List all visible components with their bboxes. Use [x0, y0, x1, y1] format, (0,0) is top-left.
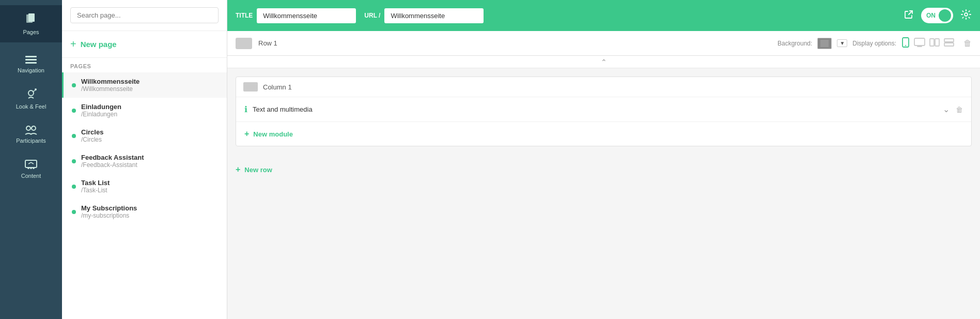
svg-rect-2: [25, 56, 37, 57]
column-icon[interactable]: [929, 38, 940, 49]
svg-rect-20: [944, 39, 954, 42]
header-actions: ON: [904, 8, 972, 23]
page-url: /Task-List: [81, 187, 211, 194]
row-drag-handle[interactable]: [236, 38, 252, 49]
pages-panel: + New page PAGES Willkommensseite /Willk…: [62, 0, 227, 319]
page-item-my-subscriptions[interactable]: My Subscriptions /my-subscriptions 🗑: [62, 199, 227, 224]
external-link-icon[interactable]: [904, 9, 914, 22]
svg-point-8: [32, 126, 36, 130]
row-collapse-bar: ⌃: [227, 56, 980, 68]
svg-point-16: [905, 45, 906, 46]
settings-icon[interactable]: [960, 9, 972, 23]
pages-list: Willkommensseite /Willkommensseite 🗑 Ein…: [62, 72, 227, 319]
svg-rect-9: [25, 160, 37, 168]
page-item-willkommensseite[interactable]: Willkommensseite /Willkommensseite 🗑: [62, 72, 227, 98]
svg-rect-21: [944, 43, 954, 46]
module-delete-icon[interactable]: 🗑: [956, 105, 963, 114]
svg-rect-18: [930, 39, 934, 46]
svg-rect-17: [914, 38, 925, 45]
desktop-icon[interactable]: [914, 38, 925, 49]
page-name: Feedback Assistant: [81, 154, 211, 161]
sidebar: Pages Navigation Look & Feel Participant…: [0, 0, 62, 319]
url-field: URL /: [364, 8, 484, 23]
svg-point-7: [26, 126, 30, 130]
page-url: /Feedback-Assistant: [81, 161, 211, 169]
main-content: TITLE URL / ON: [227, 0, 980, 319]
background-label: Background:: [777, 40, 812, 47]
display-options-label: Display options:: [852, 40, 896, 47]
page-item-task-list[interactable]: Task List /Task-List 🗑: [62, 174, 227, 199]
sidebar-item-navigation[interactable]: Navigation: [0, 47, 62, 81]
module-label: Text and multimedia: [253, 105, 938, 113]
sidebar-item-content[interactable]: Content: [0, 151, 62, 186]
page-url: /Einladungen: [81, 111, 211, 118]
new-row-label: New row: [244, 166, 272, 174]
page-name: My Subscriptions: [81, 204, 211, 212]
row-label: Row 1: [258, 39, 277, 47]
pages-section-label: PAGES: [62, 58, 227, 72]
svg-point-11: [30, 167, 32, 169]
svg-rect-1: [28, 13, 35, 22]
background-dropdown[interactable]: ▼: [837, 39, 847, 47]
page-active-dot: [72, 210, 76, 214]
new-row-button[interactable]: + New row: [227, 155, 980, 185]
row-controls: Background: ▼ Display options:: [777, 37, 972, 50]
column-header: Column 1: [236, 77, 971, 97]
row-bar: Row 1 Background: ▼ Display options:: [227, 31, 980, 56]
row-icon[interactable]: [944, 38, 954, 49]
sidebar-item-pages-label: Pages: [23, 29, 39, 35]
new-page-button[interactable]: + New page: [62, 31, 227, 58]
svg-rect-19: [935, 39, 939, 46]
page-active-dot: [72, 159, 76, 163]
title-field: TITLE: [236, 8, 356, 23]
svg-rect-3: [25, 59, 37, 60]
search-box: [62, 0, 227, 31]
title-input[interactable]: [257, 8, 356, 23]
page-active-dot: [72, 134, 76, 138]
page-url: /Willkommensseite: [81, 85, 211, 93]
sidebar-item-navigation-label: Navigation: [18, 67, 44, 73]
new-module-label: New module: [253, 130, 293, 138]
svg-point-6: [35, 88, 37, 90]
page-item-einladungen[interactable]: Einladungen /Einladungen 🗑: [62, 98, 227, 123]
svg-rect-4: [25, 62, 37, 64]
page-name: Circles: [81, 128, 211, 136]
svg-point-13: [965, 13, 968, 16]
page-name: Willkommensseite: [81, 78, 211, 85]
url-input[interactable]: [384, 8, 484, 23]
row-delete-icon[interactable]: 🗑: [963, 39, 972, 48]
sidebar-item-content-label: Content: [21, 173, 41, 179]
background-swatch[interactable]: [817, 38, 832, 49]
svg-point-10: [27, 167, 29, 169]
collapse-chevron-icon[interactable]: ⌃: [601, 58, 607, 66]
page-item-feedback-assistant[interactable]: Feedback Assistant /Feedback-Assistant 🗑: [62, 148, 227, 174]
url-label: URL /: [364, 12, 380, 19]
new-module-button[interactable]: + New module: [236, 122, 971, 146]
toggle-button[interactable]: ON: [921, 8, 953, 23]
svg-rect-14: [820, 40, 829, 47]
mobile-icon[interactable]: [901, 37, 910, 50]
module-info-icon: ℹ: [244, 104, 247, 114]
new-row-plus-icon: +: [236, 165, 240, 174]
sidebar-item-participants[interactable]: Participants: [0, 117, 62, 151]
module-item: ℹ Text and multimedia ⌄ 🗑: [236, 97, 971, 122]
page-name: Task List: [81, 179, 211, 187]
title-label: TITLE: [236, 12, 253, 19]
page-active-dot: [72, 109, 76, 113]
toggle-label: ON: [926, 12, 936, 19]
sidebar-item-look-feel[interactable]: Look & Feel: [0, 81, 62, 117]
search-input[interactable]: [70, 7, 219, 23]
module-expand-icon[interactable]: ⌄: [943, 104, 950, 114]
svg-point-5: [28, 90, 34, 96]
sidebar-item-pages[interactable]: Pages: [0, 5, 62, 42]
editor-area: Row 1 Background: ▼ Display options:: [227, 31, 980, 319]
sidebar-item-participants-label: Participants: [16, 138, 45, 144]
new-page-plus-icon: +: [70, 38, 76, 50]
page-item-circles[interactable]: Circles /Circles 🗑: [62, 123, 227, 148]
page-name: Einladungen: [81, 103, 211, 111]
page-url: /my-subscriptions: [81, 212, 211, 219]
new-module-plus-icon: +: [244, 129, 249, 139]
column-area: Column 1 ℹ Text and multimedia ⌄ 🗑 + New…: [236, 77, 972, 146]
column-drag-handle[interactable]: [243, 82, 258, 92]
svg-point-12: [33, 167, 35, 169]
